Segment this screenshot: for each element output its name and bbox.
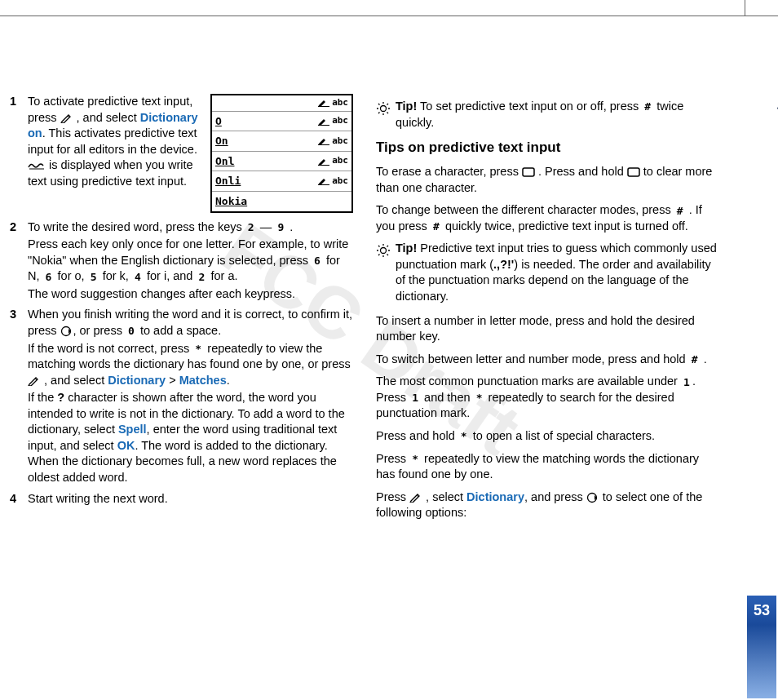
body-text: To insert a number in letter mode, press… (376, 313, 719, 345)
step-item: 2To write the desired word, press the ke… (10, 219, 353, 304)
keyword: Matches (179, 374, 227, 387)
pencil-indicator-icon (318, 137, 329, 145)
sb-row: Nokia (212, 191, 351, 211)
pencil-icon (28, 376, 41, 386)
body-text: Press and hold * to open a list of speci… (376, 428, 719, 445)
body-text: The most common punctuation marks are av… (376, 374, 719, 422)
sb-text: Onl (215, 154, 234, 169)
keyword: Dictionary on (28, 111, 198, 140)
step-text: The word suggestion changes after each k… (28, 286, 353, 303)
sb-header: abc (212, 95, 351, 111)
sb-row: O abc (212, 111, 351, 131)
tip-block: Tip! To set predictive text input on or … (376, 99, 719, 131)
pencil-icon (409, 493, 422, 503)
hash-key-icon: # (674, 204, 686, 219)
body-text: To change between the different characte… (376, 202, 719, 234)
star-key-icon: * (409, 452, 421, 467)
pencil-indicator-icon (318, 117, 329, 126)
right-column: Tip! To set predictive text input on or … (376, 94, 719, 528)
sb-text: Nokia (215, 194, 247, 209)
svg-point-1 (381, 106, 387, 112)
predictive-text-screenshot: abcO abcOn abcOnl abcOnli abcNokia (210, 94, 353, 213)
nav-right-icon (586, 492, 599, 503)
step-number: 1 (10, 94, 21, 216)
step-text: Start writing the next word. (28, 491, 353, 507)
section-label: Messaging (775, 86, 778, 172)
body-text: Press * repeatedly to view the matching … (376, 451, 719, 483)
key2-key-icon: 2 (245, 220, 257, 235)
svg-rect-11 (628, 168, 639, 176)
step-body: To write the desired word, press the key… (28, 219, 353, 304)
side-gradient (747, 625, 776, 698)
subheading: Tips on predictive text input (376, 139, 719, 157)
body-text: To switch between letter and number mode… (376, 352, 719, 368)
tip-text: Tip! Predictive text input tries to gues… (396, 241, 719, 304)
svg-line-17 (378, 246, 380, 247)
hash-key-icon: # (689, 352, 701, 367)
tip-label: Tip! (396, 100, 417, 113)
mode-indicator: abc (318, 97, 348, 109)
tip-icon (376, 243, 391, 258)
star-key-icon: * (458, 429, 470, 444)
svg-line-6 (378, 104, 380, 105)
step-text: When you finish writing the word and it … (28, 307, 353, 339)
key0-key-icon: 0 (126, 324, 137, 339)
pencil-icon (60, 113, 73, 123)
steps-list: 1 abcO abcOn abcOnl abcOnli abcNokiaTo a… (10, 94, 353, 508)
wave-icon (28, 162, 46, 170)
sb-text: O (215, 114, 222, 129)
top-rule (0, 0, 778, 16)
key4-key-icon: 4 (132, 270, 144, 285)
bold-text: ? (57, 391, 64, 404)
step-text: If the ? character is shown after the wo… (28, 390, 353, 485)
hash-key-icon: # (431, 219, 442, 234)
svg-line-18 (387, 255, 389, 256)
sb-row: Onl abc (212, 151, 351, 171)
left-column: 1 abcO abcOn abcOnl abcOnli abcNokiaTo a… (10, 94, 353, 528)
key1-key-icon: 1 (681, 375, 692, 390)
sb-row: On abc (212, 131, 351, 151)
mode-indicator: abc (318, 135, 348, 148)
mode-indicator: abc (318, 175, 348, 188)
svg-rect-10 (523, 168, 534, 176)
body-text: Press , select Dictionary, and press to … (376, 490, 719, 521)
step-item: 3When you finish writing the word and it… (10, 307, 353, 487)
step-number: 2 (10, 219, 21, 304)
svg-line-19 (378, 255, 380, 256)
tip-block: Tip! Predictive text input tries to gues… (376, 241, 719, 304)
step-text: Press each key only once for one letter.… (28, 237, 353, 285)
key9-key-icon: 9 (275, 220, 286, 235)
sb-text: On (215, 134, 228, 148)
step-item: 1 abcO abcOn abcOnl abcOnli abcNokiaTo a… (10, 94, 353, 216)
keyword: OK (117, 439, 135, 452)
svg-line-9 (387, 104, 389, 105)
key1-key-icon: 1 (409, 391, 421, 405)
tip-label: Tip! (396, 241, 417, 255)
key6-key-icon: 6 (43, 270, 55, 285)
page-number: 53 (747, 596, 776, 625)
bold-text: .,?!' (493, 258, 514, 271)
step-text: If the word is not correct, press * repe… (28, 341, 353, 389)
clear-key-icon (522, 166, 535, 178)
key6-key-icon: 6 (312, 254, 323, 268)
keyword: Spell (118, 423, 147, 436)
key2-key-icon: 2 (196, 270, 207, 285)
pencil-indicator-icon (318, 157, 329, 166)
keyword: Dictionary (466, 490, 524, 503)
step-body: When you finish writing the word and it … (28, 307, 353, 487)
sb-text: Onli (215, 174, 241, 188)
mode-indicator: abc (318, 115, 348, 127)
pencil-indicator-icon (318, 99, 329, 107)
star-key-icon: * (192, 342, 204, 357)
step-text: To write the desired word, press the key… (28, 219, 353, 236)
svg-line-7 (387, 113, 389, 114)
step-body: Start writing the next word. (28, 491, 353, 509)
star-key-icon: * (474, 391, 485, 405)
step-item: 4Start writing the next word. (10, 491, 353, 509)
content-area: 1 abcO abcOn abcOnl abcOnli abcNokiaTo a… (10, 94, 719, 528)
hash-key-icon: # (642, 100, 653, 114)
svg-line-8 (378, 113, 380, 114)
mode-indicator: abc (318, 155, 348, 167)
tip-text: Tip! To set predictive text input on or … (396, 99, 719, 131)
nav-right-icon (60, 326, 73, 337)
